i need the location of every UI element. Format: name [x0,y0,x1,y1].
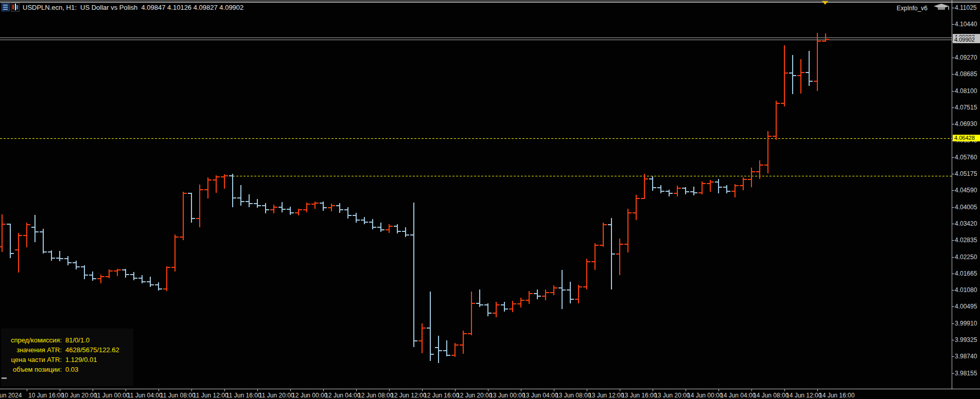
ohlc-bar-stem [413,203,414,347]
price-axis-label: 4.01665 [955,270,977,277]
ohlc-bar-close-tick [604,224,607,225]
ohlc-bar-stem [751,168,752,187]
ohlc-bar-open-tick [600,245,603,246]
ohlc-bar-open-tick [806,72,809,73]
panel-label: значения ATR: [1,345,62,355]
chart-plot-area[interactable] [0,0,952,389]
ohlc-bar-open-tick [797,75,800,76]
ohlc-bar-close-tick [760,165,763,166]
ohlc-bar-close-tick [637,198,640,199]
time-axis[interactable]: Jun 202410 Jun 16:0010 Jun 20:0011 Jun 0… [0,389,980,399]
price-axis-label: 4.04590 [955,187,977,193]
ohlc-bar-stem [586,259,587,289]
ohlc-bar-open-tick [353,215,356,216]
level-price-label: 4.06428 [953,135,980,141]
time-axis-label: 14 Jun 04:00 [720,392,756,398]
ohlc-bar-close-tick [768,136,772,137]
ohlc-bar-open-tick [756,171,759,172]
bid-price-label: 4.09902 [953,37,980,43]
ohlc-bar-open-tick [64,258,67,259]
ohlc-bar-stem [133,272,134,280]
time-axis-tick [323,389,324,391]
panel-value: 81/0/1.0 [65,335,90,345]
price-axis-label: 4.08100 [955,88,977,94]
minimized-object-dash[interactable] [2,377,7,379]
panel-label: цена части ATR: [1,355,62,365]
ohlc-bar-open-tick [781,103,784,104]
time-axis-label: Jun 2024 [0,392,22,398]
ohlc-bar-stem [257,199,258,208]
ohlc-bar-stem [364,217,365,224]
ohlc-bar-open-tick [97,278,100,279]
ohlc-bar-open-tick [608,224,611,225]
price-axis-tick [952,74,954,75]
ohlc-bar-close-tick [19,235,22,236]
ohlc-bar-stem [76,261,77,269]
time-axis-tick [784,389,785,391]
ohlc-bar-close-tick [513,303,516,304]
price-axis-label: 3.99325 [955,337,977,343]
ohlc-bar-close-tick [250,203,253,204]
ohlc-bar-open-tick [707,183,710,184]
ohlc-bar-open-tick [147,281,150,282]
ohlc-bar-open-tick [789,72,792,74]
panel-value: 0.03 [65,365,78,374]
ohlc-bar-stem [553,285,554,295]
ohlc-bar-stem [216,175,217,193]
ohlc-bar-stem [537,289,538,299]
ohlc-bar-close-tick [192,218,195,219]
ohlc-bar-open-tick [641,198,644,199]
time-axis-tick [389,389,390,391]
ohlc-bar-stem [290,207,291,215]
ohlc-bar-close-tick [118,269,121,270]
time-axis-label: 12 Jun 20:00 [457,392,492,398]
price-axis-label: 4.02835 [955,237,977,243]
price-axis-label: 3.98155 [955,370,977,376]
ohlc-bar-stem [430,292,431,361]
ohlc-bar-open-tick [715,182,718,183]
ohlc-bar-stem [800,59,801,94]
ohlc-bar-close-tick [299,209,302,210]
ohlc-bar-close-tick [258,205,261,206]
price-axis-tick [952,24,954,25]
time-axis-label: 12 Jun 04:00 [325,392,360,398]
ohlc-bar-close-tick [233,197,236,198]
ohlc-bar-close-tick [348,215,352,216]
time-axis-tick [93,389,93,391]
ohlc-bar-stem [438,336,439,363]
price-axis-label: 4.07515 [955,104,977,111]
ohlc-bar-stem [594,243,596,270]
ohlc-bar-close-tick [793,75,796,76]
ohlc-bar-open-tick [451,355,454,356]
price-axis-label: 4.03420 [955,221,977,227]
time-axis-label: 14 Jun 00:00 [687,392,723,398]
time-axis-tick [686,389,686,391]
ohlc-bar-open-tick [56,258,59,259]
ohlc-bar-open-tick [394,226,397,227]
ohlc-bar-stem [652,176,653,191]
horizontal-level-line [0,138,952,139]
ohlc-bar-close-tick [340,209,343,210]
price-axis-label: 4.11025 [955,5,977,11]
time-axis-label: 14 Jun 08:00 [753,392,789,398]
ohlc-bar-stem [150,277,151,287]
ohlc-bar-close-tick [546,292,549,293]
ohlc-bar-open-tick [361,220,364,221]
time-axis-label: 11 Jun 16:00 [226,392,261,398]
ohlc-bar-close-tick [521,300,524,301]
price-axis[interactable]: 4.110254.104404.098554.092704.086854.081… [952,0,980,389]
ohlc-bar-open-tick [468,333,471,334]
ohlc-bar-stem [18,233,19,273]
ohlc-bar-close-tick [200,189,203,190]
ohlc-bar-close-tick [480,304,483,305]
ohlc-bar-open-tick [221,176,224,177]
ohlc-bar-close-tick [744,179,747,180]
time-axis-tick [422,389,423,391]
ohlc-bar-stem [59,251,60,261]
ohlc-bar-open-tick [303,209,306,210]
ohlc-bar-stem [405,227,406,237]
ohlc-bar-close-tick [661,191,664,192]
ohlc-bar-close-tick [414,340,417,341]
ask-line [0,38,952,38]
ohlc-bar-open-tick [73,262,76,263]
